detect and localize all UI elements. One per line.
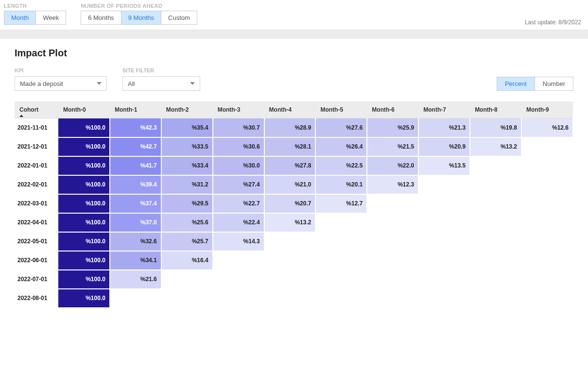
cohort-label: 2022-07-01	[15, 270, 58, 289]
filters-row: KPI Made a deposit SITE FILTER All Perce…	[15, 67, 573, 91]
col-header-month-9[interactable]: Month-9	[521, 101, 573, 118]
heatmap-cell: %30.6	[213, 137, 264, 156]
heatmap-cell	[521, 156, 573, 175]
cell-value: %20.7	[265, 195, 315, 213]
col-header-month-2[interactable]: Month-2	[161, 101, 213, 118]
table-head: CohortMonth-0Month-1Month-2Month-3Month-…	[15, 101, 573, 118]
value-toggle-number[interactable]: Number	[535, 77, 573, 90]
col-header-month-6[interactable]: Month-6	[367, 101, 418, 118]
cohort-label: 2022-02-01	[15, 175, 58, 194]
cell-value: %100.0	[58, 138, 109, 156]
col-header-month-4[interactable]: Month-4	[264, 101, 316, 118]
heatmap-cell	[418, 270, 470, 289]
length-option-week[interactable]: Week	[36, 11, 66, 24]
cell-value: %22.5	[316, 157, 366, 175]
cell-value: %12.7	[316, 195, 366, 213]
cell-value: %20.1	[316, 176, 366, 194]
length-option-month[interactable]: Month	[4, 11, 36, 24]
cell-value: %29.5	[162, 195, 212, 213]
cell-value: %27.6	[316, 118, 366, 137]
table-row: 2021-11-01%100.0%42.3%35.4%30.7%28.9%27.…	[15, 118, 573, 137]
heatmap-cell: %27.8	[264, 156, 316, 175]
site-label: SITE FILTER	[122, 67, 200, 73]
heatmap-cell: %22.7	[213, 194, 264, 213]
heatmap-cell: %19.8	[470, 118, 521, 137]
heatmap-cell	[315, 232, 367, 251]
heatmap-cell	[521, 137, 573, 156]
cell-value: %19.8	[470, 118, 521, 137]
cell-value: %26.4	[316, 138, 366, 156]
heatmap-cell	[521, 232, 573, 251]
cohort-label: 2022-04-01	[15, 213, 58, 232]
cell-value: %14.3	[213, 233, 264, 251]
col-header-month-8[interactable]: Month-8	[470, 101, 521, 118]
cell-value: %13.5	[419, 157, 469, 175]
heatmap-cell	[521, 175, 573, 194]
heatmap-cell	[315, 251, 367, 270]
panel-title: Impact Plot	[15, 48, 573, 59]
cell-value: %22.7	[213, 195, 264, 213]
cell-value: %100.0	[58, 157, 109, 175]
col-header-month-1[interactable]: Month-1	[110, 101, 161, 118]
cell-value: %27.4	[213, 176, 264, 194]
heatmap-cell	[521, 289, 573, 308]
cell-value: %31.2	[162, 176, 212, 194]
heatmap-cell	[264, 289, 316, 308]
col-header-month-0[interactable]: Month-0	[58, 101, 110, 118]
heatmap-cell	[418, 232, 470, 251]
col-header-month-5[interactable]: Month-5	[315, 101, 367, 118]
heatmap-cell: %28.1	[264, 137, 316, 156]
cell-value: %21.3	[419, 118, 469, 137]
heatmap-cell: %12.6	[521, 118, 573, 137]
length-seg: MonthWeek	[4, 11, 66, 25]
table-row: 2022-06-01%100.0%34.1%16.4	[15, 251, 573, 270]
periods-option-9-months[interactable]: 9 Months	[121, 11, 161, 24]
col-header-month-7[interactable]: Month-7	[418, 101, 470, 118]
periods-option-6-months[interactable]: 6 Months	[81, 11, 121, 24]
heatmap-cell: %20.1	[315, 175, 367, 194]
cell-value: %34.1	[110, 252, 161, 269]
table-row: 2022-05-01%100.0%32.6%25.7%14.3	[15, 232, 573, 251]
site-dropdown[interactable]: All	[122, 76, 200, 91]
cell-value: %37.0	[110, 214, 161, 232]
periods-option-custom[interactable]: Custom	[161, 11, 197, 24]
cohort-heatmap-table: CohortMonth-0Month-1Month-2Month-3Month-…	[15, 101, 573, 308]
heatmap-cell	[367, 251, 418, 270]
value-toggle: PercentNumber	[497, 77, 573, 91]
heatmap-cell: %41.7	[110, 156, 161, 175]
heatmap-cell	[367, 232, 418, 251]
heatmap-cell	[367, 289, 418, 308]
heatmap-cell	[418, 289, 470, 308]
heatmap-cell	[315, 289, 367, 308]
heatmap-cell	[315, 270, 367, 289]
heatmap-cell: %33.5	[161, 137, 213, 156]
table-row: 2022-02-01%100.0%39.4%31.2%27.4%21.0%20.…	[15, 175, 573, 194]
heatmap-cell	[264, 232, 316, 251]
heatmap-cell: %100.0	[58, 251, 110, 270]
cohort-label: 2022-06-01	[15, 251, 58, 270]
cohort-label: 2021-11-01	[15, 118, 58, 137]
cell-value: %25.6	[162, 214, 212, 232]
heatmap-cell	[521, 270, 573, 289]
heatmap-cell: %26.4	[315, 137, 367, 156]
heatmap-cell: %100.0	[58, 194, 110, 213]
length-label: LENGTH	[4, 3, 66, 9]
cell-value: %100.0	[58, 233, 109, 251]
heatmap-cell: %25.9	[367, 118, 418, 137]
heatmap-cell	[418, 175, 470, 194]
kpi-value: Made a deposit	[20, 80, 63, 87]
kpi-dropdown[interactable]: Made a deposit	[15, 76, 107, 91]
cohort-label: 2022-01-01	[15, 156, 58, 175]
cell-value: %100.0	[58, 118, 109, 137]
heatmap-cell: %37.4	[110, 194, 161, 213]
divider-strip	[0, 30, 588, 39]
cell-value: %13.2	[470, 138, 521, 156]
col-header-cohort[interactable]: Cohort	[15, 101, 58, 118]
header-row: CohortMonth-0Month-1Month-2Month-3Month-…	[15, 101, 573, 118]
col-header-month-3[interactable]: Month-3	[213, 101, 264, 118]
length-group: LENGTH MonthWeek	[4, 3, 66, 25]
value-toggle-percent[interactable]: Percent	[497, 77, 535, 90]
heatmap-cell: %100.0	[58, 156, 110, 175]
cell-value: %32.6	[110, 233, 161, 251]
periods-group: NUMBER OF PERIODS AHEAD 6 Months9 Months…	[81, 3, 197, 25]
